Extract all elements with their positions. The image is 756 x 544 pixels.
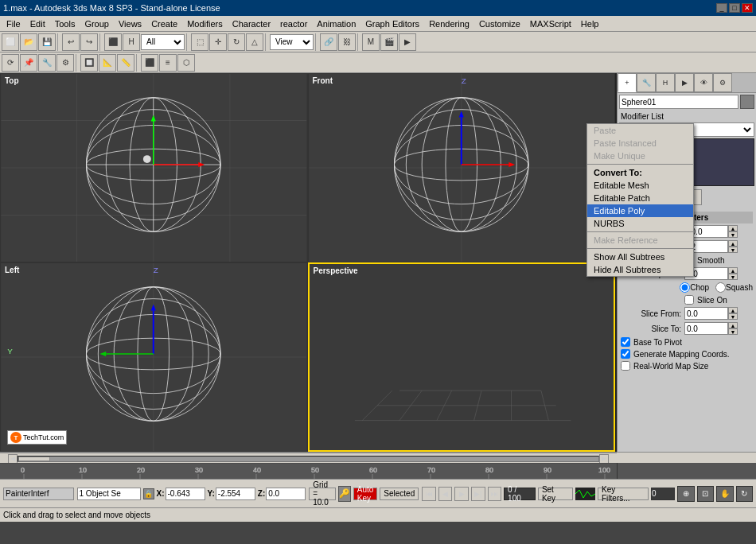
arc-rotate-button[interactable]: ↻ (736, 486, 753, 502)
menu-group[interactable]: Group (80, 17, 114, 30)
auto-key-button[interactable]: Auto Key (353, 488, 378, 500)
key-filters-button[interactable]: Key Filters... (598, 488, 649, 500)
menu-modifiers[interactable]: Modifiers (182, 17, 228, 30)
base-to-pivot-checkbox[interactable] (621, 337, 630, 347)
ctx-nurbs[interactable]: NURBS (587, 217, 693, 230)
go-start-button[interactable]: ⏮ (422, 487, 436, 501)
toolbar2-snap1[interactable]: 🔲 (80, 54, 98, 72)
toolbar2-snap3[interactable]: 📏 (117, 54, 134, 72)
menu-create[interactable]: Create (146, 17, 182, 30)
ctx-make-reference[interactable]: Make Reference (587, 234, 693, 247)
h-scroll-track[interactable] (18, 456, 599, 462)
slice-to-input[interactable] (684, 322, 728, 335)
ctx-editable-mesh[interactable]: Editable Mesh (587, 179, 693, 192)
viewport-perspective[interactable]: Perspective (308, 262, 616, 452)
radius-down[interactable]: ▼ (728, 231, 738, 238)
menu-tools[interactable]: Tools (50, 17, 80, 30)
zoom-region-button[interactable]: ⊡ (697, 486, 714, 502)
toolbar2-btn1[interactable]: ⟳ (2, 54, 19, 72)
real-world-checkbox[interactable] (621, 361, 630, 371)
close-button[interactable]: ✕ (742, 3, 753, 13)
hemisphere-spinner[interactable]: ▲ ▼ (728, 267, 738, 280)
unlink-button[interactable]: ⛓ (338, 33, 356, 51)
slice-on-checkbox[interactable] (684, 295, 694, 305)
slice-from-up[interactable]: ▲ (728, 307, 738, 313)
panel-tab-display[interactable]: 👁 (694, 73, 713, 92)
rotate-button[interactable]: ↻ (228, 33, 245, 51)
menu-file[interactable]: File (2, 17, 25, 30)
toolbar2-btn2[interactable]: 📌 (20, 54, 37, 72)
scroll-right-button[interactable]: ▶ (599, 454, 609, 464)
toolbar2-layers[interactable]: ⬡ (177, 54, 195, 72)
go-end-button[interactable]: ⏭ (488, 487, 502, 501)
render-button[interactable]: ▶ (399, 33, 416, 51)
play-button[interactable]: ▶ (454, 487, 469, 501)
toolbar2-btn4[interactable]: ⚙ (57, 54, 74, 72)
lock-icon[interactable]: 🔒 (143, 488, 154, 499)
minimize-button[interactable]: _ (716, 3, 727, 13)
segments-spinner[interactable]: ▲ ▼ (728, 240, 738, 253)
menu-edit[interactable]: Edit (25, 17, 50, 30)
panel-tab-motion[interactable]: ▶ (675, 73, 694, 92)
toolbar2-btn3[interactable]: 🔧 (38, 54, 56, 72)
next-frame-button[interactable]: ▶| (471, 487, 485, 501)
viewport-front[interactable]: Front (308, 73, 616, 262)
segments-up[interactable]: ▲ (728, 240, 738, 247)
panel-tab-create[interactable]: + (618, 73, 637, 92)
ctx-show-all-subtrees[interactable]: Show All Subtrees (587, 251, 693, 263)
viewport-left[interactable]: Left T TechTut.com (0, 262, 308, 452)
generate-mapping-checkbox[interactable] (621, 349, 630, 359)
scale-button[interactable]: △ (246, 33, 263, 51)
menu-graph-editors[interactable]: Graph Editors (360, 17, 424, 30)
menu-customize[interactable]: Customize (474, 17, 525, 30)
slice-to-up[interactable]: ▲ (728, 322, 738, 328)
slice-from-down[interactable]: ▼ (728, 313, 738, 320)
select-region-button[interactable]: ⬚ (191, 33, 208, 51)
toolbar2-align[interactable]: ≡ (159, 54, 177, 72)
slice-from-spinner[interactable]: ▲ ▼ (728, 307, 738, 320)
ctx-editable-poly[interactable]: Editable Poly (587, 204, 693, 217)
object-color-swatch[interactable] (740, 95, 754, 109)
z-coord-input[interactable] (266, 488, 306, 500)
object-name-input[interactable] (619, 95, 738, 109)
undo-button[interactable]: ↩ (62, 33, 80, 51)
ctx-make-unique[interactable]: Make Unique (587, 150, 693, 162)
panel-tab-utilities[interactable]: ⚙ (713, 73, 732, 92)
ctx-paste-instanced[interactable]: Paste Instanced (587, 137, 693, 150)
h-scroll-thumb[interactable] (18, 457, 50, 461)
slice-to-spinner[interactable]: ▲ ▼ (728, 322, 738, 335)
material-editor-button[interactable]: M (362, 33, 380, 51)
squash-radio[interactable] (715, 282, 726, 293)
menu-help[interactable]: Help (576, 17, 604, 30)
viewport-select[interactable]: View (270, 34, 314, 50)
title-bar-controls[interactable]: _ □ ✕ (716, 3, 753, 13)
radius-up[interactable]: ▲ (728, 225, 738, 231)
ctx-paste[interactable]: Paste (587, 124, 693, 137)
maximize-button[interactable]: □ (729, 3, 740, 13)
y-coord-input[interactable] (216, 488, 255, 500)
filter-select[interactable]: All (141, 34, 185, 50)
set-key-button[interactable]: Set Key (538, 488, 573, 500)
menu-animation[interactable]: Animation (312, 17, 360, 30)
hemisphere-up[interactable]: ▲ (728, 267, 738, 274)
panel-tab-modify[interactable]: 🔧 (637, 73, 656, 92)
menu-views[interactable]: Views (114, 17, 146, 30)
toolbar2-mirror[interactable]: ⬛ (141, 54, 158, 72)
menu-character[interactable]: Character (228, 17, 275, 30)
move-button[interactable]: ✛ (209, 33, 227, 51)
toolbar2-snap2[interactable]: 📐 (99, 54, 116, 72)
new-button[interactable]: ⬜ (2, 33, 19, 51)
ctx-editable-patch[interactable]: Editable Patch (587, 192, 693, 204)
slice-from-input[interactable] (684, 307, 728, 320)
current-frame-input[interactable] (651, 488, 675, 500)
select-button[interactable]: ⬛ (104, 33, 122, 51)
ctx-hide-all-subtrees[interactable]: Hide All Subtrees (587, 263, 693, 276)
redo-button[interactable]: ↪ (80, 33, 98, 51)
panel-tab-hierarchy[interactable]: H (656, 73, 675, 92)
chop-radio[interactable] (680, 282, 690, 293)
slice-to-down[interactable]: ▼ (728, 328, 738, 335)
pan-button[interactable]: ✋ (716, 486, 733, 502)
menu-reactor[interactable]: reactor (275, 17, 312, 30)
render-setup-button[interactable]: 🎬 (380, 33, 398, 51)
scroll-left-button[interactable]: ◀ (8, 454, 18, 464)
